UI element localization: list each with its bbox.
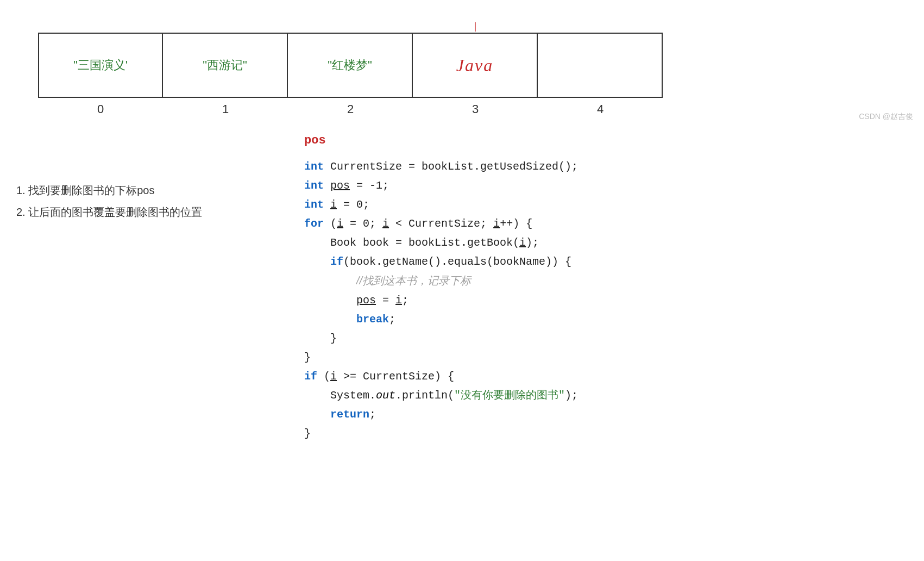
- code-line-12: if (i >= CurrentSize) {: [304, 367, 578, 386]
- code-line-11: }: [304, 348, 578, 367]
- array-section: | "三国演义' "西游记" "红楼梦" Java 0 1 2: [22, 22, 902, 116]
- notes-section: 1. 找到要删除图书的下标pos 2. 让后面的图书覆盖要删除图书的位置: [16, 179, 202, 223]
- code-line-15: }: [304, 424, 578, 443]
- array-index-0: 0: [38, 102, 163, 116]
- code-line-2: int pos = -1;: [304, 176, 578, 195]
- red-tick: |: [473, 22, 479, 33]
- page-container: | "三国演义' "西游记" "红楼梦" Java 0 1 2: [0, 0, 924, 127]
- note-2: 2. 让后面的图书覆盖要删除图书的位置: [16, 201, 202, 223]
- array-indices: 0 1 2 3 4: [38, 102, 663, 116]
- array-boxes: "三国演义' "西游记" "红楼梦" Java: [38, 33, 663, 98]
- code-line-10: }: [304, 329, 578, 348]
- array-cell-2: "红楼梦": [288, 33, 413, 98]
- code-line-8: pos = i;: [304, 291, 578, 310]
- code-line-1: int CurrentSize = bookList.getUsedSized(…: [304, 157, 578, 176]
- code-line-7: //找到这本书，记录下标: [304, 271, 578, 291]
- array-cell-3: Java: [413, 33, 538, 98]
- array-cell-0: "三国演义': [38, 33, 163, 98]
- cell-value-3: Java: [456, 55, 493, 76]
- code-line-9: break;: [304, 310, 578, 329]
- cell-value-2: "红楼梦": [328, 57, 372, 73]
- pos-indicator: pos: [304, 134, 326, 147]
- cell-value-1: "西游记": [203, 57, 247, 73]
- array-cell-4: [538, 33, 663, 98]
- code-section: pos int CurrentSize = bookList.getUsedSi…: [304, 130, 578, 443]
- array-index-1: 1: [163, 102, 288, 116]
- code-line-4: for (i = 0; i < CurrentSize; i++) {: [304, 214, 578, 233]
- code-line-3: int i = 0;: [304, 195, 578, 214]
- cell-value-0: "三国演义': [73, 57, 128, 73]
- array-index-4: 4: [538, 102, 663, 116]
- note-1: 1. 找到要删除图书的下标pos: [16, 179, 202, 201]
- array-cell-1: "西游记": [163, 33, 288, 98]
- pos-indicator-area: pos: [304, 130, 578, 152]
- code-line-13: System.out.println("没有你要删除的图书");: [304, 386, 578, 405]
- array-index-2: 2: [288, 102, 413, 116]
- array-index-3: 3: [413, 102, 538, 116]
- code-line-5: Book book = bookList.getBook(i);: [304, 233, 578, 252]
- code-line-14: return;: [304, 405, 578, 424]
- code-line-6: if(book.getName().equals(bookName)) {: [304, 252, 578, 271]
- watermark: CSDN @赵吉俊: [859, 112, 913, 122]
